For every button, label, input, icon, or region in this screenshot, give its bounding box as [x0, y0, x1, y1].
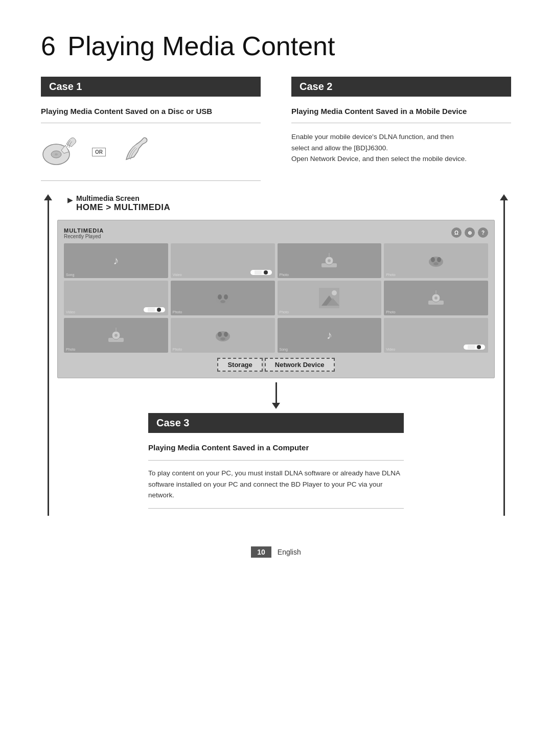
cell-label-2: Video: [173, 273, 182, 277]
left-line: [48, 200, 49, 516]
mask-icon-4: [426, 250, 446, 271]
storage-button[interactable]: Storage: [217, 358, 262, 372]
pill-2: [250, 270, 272, 275]
mm-icon-add[interactable]: ⊕: [465, 227, 475, 238]
pill-rect-12: [468, 345, 475, 349]
mm-cell-4: Photo: [384, 243, 488, 278]
cell-label-3: Photo: [280, 273, 289, 277]
mm-cell-7: Photo: [278, 281, 382, 315]
svg-point-2: [55, 153, 58, 155]
page-language: English: [278, 548, 301, 556]
case3-subtitle: Playing Media Content Saved in a Compute…: [148, 442, 404, 453]
case1-divider: [41, 123, 261, 123]
mm-grid: ♪ Song Video: [64, 243, 488, 353]
disc-usb-illustration: OR: [41, 131, 261, 172]
svg-point-9: [437, 257, 441, 262]
svg-point-8: [431, 257, 435, 262]
mm-icon-help[interactable]: ?: [478, 227, 488, 238]
case3-header: Case 3: [148, 413, 404, 433]
multimedia-title-block: Multimedia Screen HOME > MULTIMEDIA: [76, 194, 170, 213]
disc-icon: [41, 134, 87, 170]
cell-label-10: Photo: [173, 348, 182, 351]
cell-label-11: Song: [280, 348, 288, 351]
svg-point-21: [434, 296, 438, 300]
case2-column: Case 2 Playing Media Content Saved in a …: [276, 77, 511, 189]
mm-icons: Ω ⊕ ?: [451, 227, 488, 238]
cell-label-5: Video: [66, 310, 75, 314]
arrow-up-right: [500, 194, 508, 200]
or-badge: OR: [92, 148, 106, 156]
multimedia-section: ▶ Multimedia Screen HOME > MULTIMEDIA MU…: [41, 194, 511, 516]
case3-bottom-divider: [148, 508, 404, 509]
right-line: [503, 200, 505, 516]
case2-divider: [291, 123, 511, 123]
pill-dot-2: [264, 270, 268, 274]
pill-dot-5: [157, 308, 161, 312]
case1-subtitle: Playing Media Content Saved on a Disc or…: [41, 106, 261, 117]
svg-point-10: [433, 262, 439, 265]
svg-point-30: [220, 337, 225, 340]
toy-icon-8: [426, 288, 446, 308]
page-title: 6 Playing Media Content: [41, 31, 511, 61]
case2-subtitle: Playing Media Content Saved in a Mobile …: [291, 106, 511, 117]
case1-bottom-divider: [41, 180, 261, 181]
cell-label-9: Photo: [66, 348, 75, 351]
pill-rect-5: [148, 308, 155, 312]
svg-point-14: [220, 300, 225, 303]
svg-point-29: [224, 332, 228, 337]
mm-cell-2: Video: [171, 243, 275, 278]
case3-top-divider: [148, 460, 404, 461]
case1-header: Case 1: [41, 77, 261, 97]
down-arrow: [57, 382, 495, 409]
cell-label-7: Photo: [280, 310, 289, 314]
mm-cell-8: Photo: [384, 281, 488, 315]
mm-cell-5: Video: [64, 281, 168, 315]
mm-top-bar: MULTIMEDIA Recently Played Ω ⊕ ?: [64, 227, 488, 239]
svg-point-5: [328, 259, 331, 262]
usb-icon: [111, 134, 152, 170]
case2-desc: Enable your mobile device's DLNA functio…: [291, 131, 511, 165]
bullet-icon: ▶: [67, 196, 73, 204]
mm-sublabel: Recently Played: [64, 234, 104, 239]
svg-point-13: [224, 294, 228, 300]
multimedia-screen-box: MULTIMEDIA Recently Played Ω ⊕ ? ♪ Song: [57, 220, 495, 378]
mm-cell-1: ♪ Song: [64, 243, 168, 278]
pill-dot-12: [477, 345, 481, 349]
arrow-up-left: [44, 194, 52, 200]
screen-label: Multimedia Screen: [76, 194, 170, 202]
pill-12: [464, 345, 485, 350]
network-device-button[interactable]: Network Device: [265, 358, 335, 372]
mm-cell-11: ♪ Song: [278, 318, 382, 353]
mask-icon-6: [213, 288, 233, 308]
mm-top-left: MULTIMEDIA Recently Played: [64, 227, 104, 239]
cell-label-6: Photo: [173, 310, 182, 314]
svg-point-28: [218, 332, 222, 337]
multimedia-center: ▶ Multimedia Screen HOME > MULTIMEDIA MU…: [57, 194, 495, 516]
home-multimedia-label: HOME > MULTIMEDIA: [76, 202, 170, 213]
pill-rect-2: [255, 270, 262, 274]
case3-desc: To play content on your PC, you must ins…: [148, 468, 404, 501]
mm-cell-6: Photo: [171, 281, 275, 315]
cell-label-4: Photo: [386, 273, 395, 277]
right-arrow: [497, 194, 511, 516]
svg-point-12: [218, 294, 222, 300]
cell-label-1: Song: [66, 273, 74, 277]
svg-point-25: [114, 334, 118, 337]
down-line: [275, 382, 277, 403]
pill-5: [144, 307, 165, 312]
case2-header: Case 2: [291, 77, 511, 97]
page-footer: 10 English: [41, 546, 511, 558]
cell-label-8: Photo: [386, 310, 395, 314]
mm-bottom-bar: Storage Network Device: [64, 358, 488, 372]
mm-icon-search[interactable]: Ω: [451, 227, 462, 238]
svg-point-18: [332, 290, 337, 295]
left-arrow: [41, 194, 55, 516]
mask-icon-10: [213, 325, 233, 346]
mm-cell-12: Video: [384, 318, 488, 353]
music-icon: ♪: [113, 254, 119, 267]
case3-section: Case 3 Playing Media Content Saved in a …: [148, 413, 404, 509]
mm-cell-9: Photo: [64, 318, 168, 353]
mm-cell-3: Photo: [278, 243, 382, 278]
multimedia-label-row: ▶ Multimedia Screen HOME > MULTIMEDIA: [57, 194, 495, 213]
cell-label-12: Video: [386, 348, 395, 351]
